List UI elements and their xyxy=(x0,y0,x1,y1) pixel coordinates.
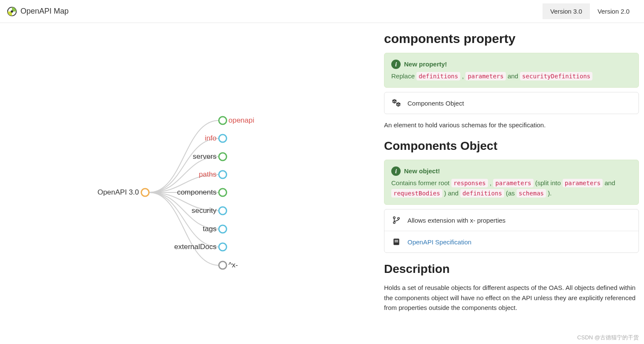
tree-node-tags[interactable]: tags xyxy=(148,225,217,233)
svg-point-5 xyxy=(219,153,227,161)
section-title-description: Description xyxy=(384,262,639,276)
tree-node-servers[interactable]: servers xyxy=(148,152,217,161)
svg-point-13 xyxy=(393,222,395,224)
svg-rect-16 xyxy=(395,240,398,241)
svg-point-2 xyxy=(142,189,149,196)
tree-node-openapi[interactable]: openapi xyxy=(228,116,254,125)
callout-title: New object! xyxy=(404,166,440,176)
svg-point-8 xyxy=(219,207,227,215)
version-tabs: Version 3.0 Version 2.0 xyxy=(543,3,637,19)
card-row-extension[interactable]: Allows extension with x- properties xyxy=(384,209,638,231)
info-icon: i xyxy=(391,60,401,69)
svg-point-6 xyxy=(219,171,227,178)
card-label: Components Object xyxy=(407,100,464,107)
detail-panel: components property i New property! Repl… xyxy=(384,23,644,344)
svg-point-11 xyxy=(219,261,227,269)
tree-node-externalDocs[interactable]: externalDocs xyxy=(148,243,217,251)
callout-body: Replace definitions , parameters and sec… xyxy=(391,71,632,81)
watermark: CSDN @古德猫宁的干货 xyxy=(577,334,639,341)
para-description: Holds a set of reusable objects for diff… xyxy=(384,283,639,312)
book-icon xyxy=(391,237,401,247)
tree-node-components[interactable]: components xyxy=(148,188,217,197)
section-title-components-property: components property xyxy=(384,32,639,46)
tab-version-30[interactable]: Version 3.0 xyxy=(543,3,590,19)
callout-new-property: i New property! Replace definitions , pa… xyxy=(384,53,639,88)
brand[interactable]: OpenAPI Map xyxy=(7,6,69,17)
svg-point-10 xyxy=(219,243,227,251)
brand-text: OpenAPI Map xyxy=(20,7,69,16)
header: OpenAPI Map Version 3.0 Version 2.0 xyxy=(0,0,644,23)
card-components-object-link[interactable]: Components Object xyxy=(384,92,639,114)
card-row-label: OpenAPI Specification xyxy=(407,238,471,246)
tree-node-root[interactable]: OpenAPI 3.0 xyxy=(88,188,139,197)
main: openapiinfoserverspathscomponentssecurit… xyxy=(0,23,644,344)
svg-point-1 xyxy=(11,10,13,13)
svg-point-4 xyxy=(219,135,227,142)
tree-node-x[interactable]: ^x- xyxy=(228,261,238,269)
card-row-label: Allows extension with x- properties xyxy=(407,217,505,224)
branch-icon xyxy=(391,215,401,225)
tree-graph[interactable]: openapiinfoserverspathscomponentssecurit… xyxy=(0,23,384,344)
para-element-hold: An element to hold various schemas for t… xyxy=(384,120,639,130)
svg-point-14 xyxy=(398,218,399,219)
callout-title: New property! xyxy=(404,59,447,69)
svg-point-7 xyxy=(219,189,227,196)
svg-point-3 xyxy=(219,117,227,124)
card-object-details: Allows extension with x- properties Open… xyxy=(384,209,639,253)
tree-node-security[interactable]: security xyxy=(148,206,217,215)
svg-point-12 xyxy=(393,217,395,218)
callout-body: Contains former root responses , paramet… xyxy=(391,178,632,198)
logo-icon xyxy=(7,6,17,17)
callout-new-object: i New object! Contains former root respo… xyxy=(384,160,639,205)
card-row-spec-link[interactable]: OpenAPI Specification xyxy=(384,231,638,252)
tab-version-20[interactable]: Version 2.0 xyxy=(590,3,637,19)
svg-point-9 xyxy=(219,225,227,233)
tree-node-info[interactable]: info xyxy=(148,134,217,143)
info-icon: i xyxy=(391,166,401,176)
tree-node-paths[interactable]: paths xyxy=(148,170,217,179)
svg-rect-17 xyxy=(395,241,398,242)
cubes-icon xyxy=(391,98,401,108)
section-title-components-object: Components Object xyxy=(384,139,639,153)
